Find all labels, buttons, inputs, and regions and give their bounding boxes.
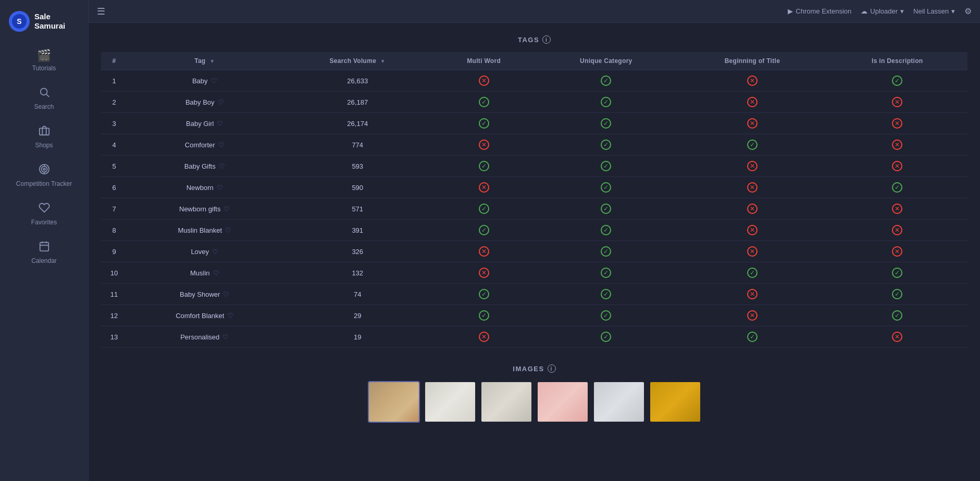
col-num: # (101, 52, 127, 70)
cell-beginning-of-title: ✓ (677, 326, 827, 348)
logo[interactable]: S Sale Samurai (0, 5, 88, 43)
cell-multi-word: ✓ (433, 284, 535, 305)
content-area: TAGS i # Tag ▼ Search Volume ▼ Multi Wor… (89, 23, 980, 481)
cell-is-in-description: ✕ (827, 326, 968, 348)
favorite-heart-icon[interactable]: ♡ (218, 141, 225, 149)
tag-name: Personalised ♡ (180, 333, 229, 341)
status-false-icon: ✕ (892, 140, 902, 150)
sidebar-item-label: Search (34, 103, 54, 110)
status-false-icon: ✕ (747, 225, 758, 235)
cell-multi-word: ✕ (433, 241, 535, 262)
images-grid (101, 381, 967, 423)
main-area: ☰ ▶ Chrome Extension ☁ Uploader ▾ Neil L… (89, 0, 980, 481)
status-true-icon: ✓ (479, 225, 489, 235)
favorite-heart-icon[interactable]: ♡ (225, 226, 231, 234)
cell-unique-category: ✓ (535, 92, 677, 113)
status-false-icon: ✕ (747, 97, 758, 107)
favorite-heart-icon[interactable]: ♡ (217, 120, 223, 128)
status-false-icon: ✕ (479, 332, 489, 342)
tag-name: Baby Gifts ♡ (184, 162, 225, 170)
user-menu-button[interactable]: Neil Lassen ▾ (913, 7, 955, 15)
status-false-icon: ✕ (892, 225, 902, 235)
table-row: 2 Baby Boy ♡ 26,187 ✓ ✓ ✕ ✕ (101, 92, 967, 113)
tag-name: Muslin ♡ (190, 269, 219, 277)
cell-search-volume: 26,174 (282, 113, 433, 134)
sidebar-item-search[interactable]: Search (0, 79, 88, 118)
image-thumb[interactable] (368, 381, 420, 423)
status-false-icon: ✕ (892, 246, 902, 257)
cell-num: 8 (101, 220, 127, 241)
status-false-icon: ✕ (479, 268, 489, 278)
tags-info-icon[interactable]: i (542, 35, 551, 44)
tag-name: Baby ♡ (192, 77, 217, 85)
cell-beginning-of-title: ✕ (677, 113, 827, 134)
cell-unique-category: ✓ (535, 177, 677, 198)
sidebar-item-competition-tracker[interactable]: Competition Tracker (0, 156, 88, 195)
favorite-heart-icon[interactable]: ♡ (227, 312, 233, 320)
tag-name: Baby Girl ♡ (186, 120, 223, 128)
favorite-heart-icon[interactable]: ♡ (224, 205, 230, 213)
image-thumb[interactable] (649, 381, 701, 423)
status-true-icon: ✓ (601, 289, 611, 299)
cell-multi-word: ✓ (433, 113, 535, 134)
sidebar-item-shops[interactable]: Shops (0, 118, 88, 156)
image-thumb[interactable] (593, 381, 645, 423)
search-icon (39, 86, 50, 100)
favorite-heart-icon[interactable]: ♡ (217, 184, 223, 192)
svg-rect-11 (40, 243, 48, 251)
status-true-icon: ✓ (601, 161, 611, 171)
chrome-extension-button[interactable]: ▶ Chrome Extension (788, 7, 851, 15)
image-thumb[interactable] (537, 381, 589, 423)
search-volume-sort-icon: ▼ (380, 58, 386, 64)
favorite-heart-icon[interactable]: ♡ (211, 77, 217, 85)
favorite-heart-icon[interactable]: ♡ (223, 290, 229, 298)
table-header-row: # Tag ▼ Search Volume ▼ Multi Word Uniqu… (101, 52, 967, 70)
favorites-icon (39, 202, 50, 216)
cell-multi-word: ✓ (433, 156, 535, 177)
favorite-heart-icon[interactable]: ♡ (212, 248, 218, 256)
hamburger-button[interactable]: ☰ (97, 6, 105, 17)
col-beginning-of-title: Beginning of Title (677, 52, 827, 70)
col-is-in-description: Is in Description (827, 52, 968, 70)
status-true-icon: ✓ (601, 75, 611, 86)
cell-multi-word: ✕ (433, 177, 535, 198)
status-false-icon: ✕ (479, 75, 489, 86)
uploader-button[interactable]: ☁ Uploader ▾ (861, 7, 904, 15)
status-true-icon: ✓ (479, 204, 489, 214)
images-info-icon[interactable]: i (548, 364, 556, 373)
cell-is-in-description: ✓ (827, 177, 968, 198)
cell-beginning-of-title: ✕ (677, 305, 827, 326)
cell-is-in-description: ✕ (827, 134, 968, 156)
col-multi-word: Multi Word (433, 52, 535, 70)
favorite-heart-icon[interactable]: ♡ (222, 333, 229, 341)
competition-tracker-icon (39, 163, 50, 177)
svg-text:S: S (17, 17, 21, 26)
sidebar-item-tutorials[interactable]: 🎬 Tutorials (0, 43, 88, 79)
cell-multi-word: ✕ (433, 326, 535, 348)
status-false-icon: ✕ (747, 182, 758, 193)
image-thumb[interactable] (424, 381, 476, 423)
cell-tag: Comforter ♡ (127, 134, 282, 156)
table-row: 3 Baby Girl ♡ 26,174 ✓ ✓ ✕ ✕ (101, 113, 967, 134)
cell-num: 11 (101, 284, 127, 305)
sidebar-item-favorites[interactable]: Favorites (0, 195, 88, 233)
col-tag[interactable]: Tag ▼ (127, 52, 282, 70)
status-false-icon: ✕ (747, 75, 758, 86)
favorite-heart-icon[interactable]: ♡ (213, 269, 219, 277)
table-row: 8 Muslin Blanket ♡ 391 ✓ ✓ ✕ ✕ (101, 220, 967, 241)
image-placeholder (538, 382, 588, 422)
favorite-heart-icon[interactable]: ♡ (218, 98, 224, 106)
cell-is-in-description: ✓ (827, 284, 968, 305)
sidebar-item-calendar[interactable]: Calendar (0, 233, 88, 272)
images-section: IMAGES i (101, 364, 967, 423)
settings-icon[interactable]: ⚙ (964, 6, 972, 16)
col-search-volume[interactable]: Search Volume ▼ (282, 52, 433, 70)
image-thumb[interactable] (480, 381, 532, 423)
tags-table: # Tag ▼ Search Volume ▼ Multi Word Uniqu… (101, 52, 967, 348)
status-true-icon: ✓ (601, 225, 611, 235)
cell-beginning-of-title: ✓ (677, 262, 827, 284)
cell-tag: Baby Girl ♡ (127, 113, 282, 134)
tags-section-title: TAGS i (101, 35, 967, 44)
favorite-heart-icon[interactable]: ♡ (219, 162, 225, 170)
table-row: 11 Baby Shower ♡ 74 ✓ ✓ ✕ ✓ (101, 284, 967, 305)
